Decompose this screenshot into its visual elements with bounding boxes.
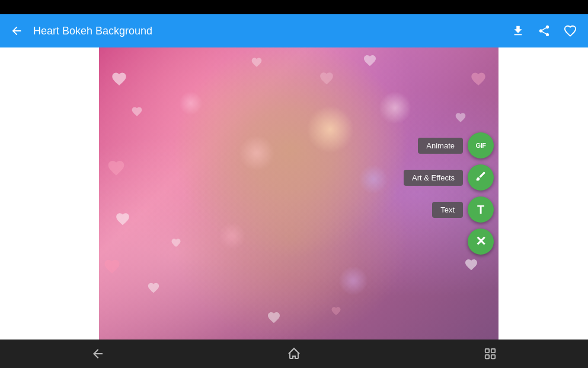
- right-sidebar: [498, 47, 588, 340]
- text-label: Text: [432, 202, 463, 218]
- back-nav-button[interactable]: [80, 342, 116, 366]
- svg-rect-0: [485, 349, 488, 353]
- toolbar-actions: [507, 20, 581, 42]
- close-row: ✕: [468, 229, 494, 255]
- text-button[interactable]: T: [468, 196, 494, 223]
- svg-rect-2: [485, 355, 488, 359]
- toolbar: Heart Bokeh Background: [0, 14, 588, 47]
- image-container: Animate GIF Art & Effects Text: [99, 47, 498, 340]
- svg-rect-3: [491, 355, 494, 359]
- brush-icon: [475, 170, 487, 185]
- fab-menu: Animate GIF Art & Effects Text: [404, 132, 494, 255]
- animate-label: Animate: [418, 138, 463, 154]
- bottom-navigation: [0, 340, 588, 368]
- text-icon: T: [477, 203, 484, 217]
- main-content: Animate GIF Art & Effects Text: [0, 47, 588, 340]
- text-row: Text T: [432, 196, 494, 223]
- home-nav-button[interactable]: [276, 342, 312, 366]
- page-title: Heart Bokeh Background: [33, 25, 500, 37]
- animate-button[interactable]: GIF: [468, 132, 494, 158]
- left-sidebar: [0, 47, 99, 340]
- art-effects-button[interactable]: [468, 164, 494, 191]
- gif-icon: GIF: [476, 142, 486, 149]
- close-button[interactable]: ✕: [468, 229, 494, 255]
- favorite-button[interactable]: [560, 20, 581, 42]
- back-button[interactable]: [7, 21, 26, 40]
- download-button[interactable]: [507, 20, 529, 42]
- status-bar: [0, 0, 588, 14]
- animate-row: Animate GIF: [418, 132, 494, 158]
- close-icon: ✕: [475, 234, 486, 249]
- svg-rect-1: [491, 349, 494, 353]
- recents-nav-button[interactable]: [472, 342, 508, 366]
- art-effects-row: Art & Effects: [404, 164, 494, 191]
- share-button[interactable]: [533, 20, 555, 42]
- art-effects-label: Art & Effects: [404, 170, 463, 186]
